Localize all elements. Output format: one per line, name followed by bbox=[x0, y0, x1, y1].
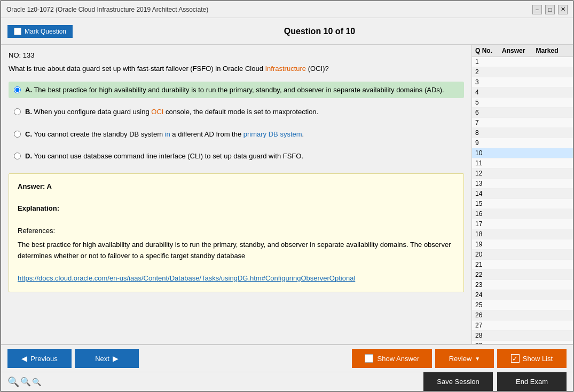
sidebar-marked bbox=[536, 200, 570, 207]
review-button[interactable]: Review ▼ bbox=[435, 349, 494, 368]
option-d[interactable]: D. You cannot use database command line … bbox=[9, 148, 464, 165]
sidebar-row[interactable]: 20 bbox=[472, 250, 573, 260]
zoom-in-icon[interactable]: 🔍 bbox=[7, 376, 19, 388]
zoom-reset-icon[interactable]: 🔍 bbox=[20, 377, 31, 387]
maximize-button[interactable]: □ bbox=[545, 5, 555, 14]
sidebar-row[interactable]: 10 bbox=[472, 148, 573, 158]
previous-button[interactable]: ◀ Previous bbox=[7, 349, 72, 368]
end-exam-button[interactable]: End Exam bbox=[497, 372, 567, 391]
question-title: Question 10 of 10 bbox=[73, 27, 567, 36]
review-dropdown-icon: ▼ bbox=[475, 356, 480, 362]
sidebar-q-no: 17 bbox=[475, 220, 502, 228]
show-list-checkbox-icon: ✓ bbox=[511, 354, 520, 363]
sidebar-answer bbox=[502, 170, 536, 177]
mark-question-button[interactable]: Mark Question bbox=[7, 25, 73, 38]
sidebar-row[interactable]: 2 bbox=[472, 67, 573, 77]
sidebar-row[interactable]: 23 bbox=[472, 280, 573, 290]
sidebar-row[interactable]: 24 bbox=[472, 290, 573, 300]
ref-link[interactable]: https://docs.cloud.oracle.com/en-us/iaas… bbox=[18, 274, 355, 282]
sidebar-answer bbox=[502, 99, 536, 106]
sidebar-row[interactable]: 17 bbox=[472, 219, 573, 229]
sidebar-row[interactable]: 12 bbox=[472, 169, 573, 179]
sidebar-row[interactable]: 26 bbox=[472, 310, 573, 321]
show-list-button[interactable]: ✓ Show List bbox=[497, 349, 567, 368]
sidebar-q-no: 15 bbox=[475, 200, 502, 207]
sidebar-marked bbox=[536, 109, 570, 116]
sidebar-marked bbox=[536, 241, 570, 248]
sidebar-row[interactable]: 7 bbox=[472, 118, 573, 128]
sidebar-marked bbox=[536, 281, 570, 289]
show-answer-checkbox-icon bbox=[365, 354, 373, 363]
sidebar-row[interactable]: 21 bbox=[472, 260, 573, 270]
sidebar-row[interactable]: 15 bbox=[472, 199, 573, 209]
option-a-radio[interactable] bbox=[14, 86, 21, 93]
minimize-button[interactable]: − bbox=[532, 5, 542, 14]
sidebar-answer bbox=[502, 129, 536, 137]
option-b-radio[interactable] bbox=[14, 108, 21, 115]
sidebar-answer bbox=[502, 281, 536, 289]
sidebar-marked bbox=[536, 99, 570, 106]
previous-label: Previous bbox=[30, 355, 58, 363]
sidebar-marked bbox=[536, 58, 570, 66]
sidebar-answer bbox=[502, 159, 536, 167]
sidebar-col3: Marked bbox=[536, 47, 570, 54]
sidebar-marked bbox=[536, 261, 570, 268]
sidebar-row[interactable]: 6 bbox=[472, 108, 573, 118]
sidebar-answer bbox=[502, 78, 536, 86]
ref-text: The best practice for high availability … bbox=[18, 239, 455, 262]
sidebar-marked bbox=[536, 332, 570, 339]
sidebar-list: 1234567891011121314151617181920212223242… bbox=[472, 57, 573, 344]
option-d-radio[interactable] bbox=[14, 153, 21, 159]
sidebar-row[interactable]: 28 bbox=[472, 331, 573, 341]
save-session-button[interactable]: Save Session bbox=[423, 372, 493, 391]
sidebar-answer bbox=[502, 332, 536, 339]
sidebar-row[interactable]: 27 bbox=[472, 321, 573, 331]
show-answer-button[interactable]: Show Answer bbox=[352, 349, 432, 368]
sidebar-marked bbox=[536, 159, 570, 167]
sidebar-row[interactable]: 4 bbox=[472, 87, 573, 98]
sidebar-row[interactable]: 1 bbox=[472, 57, 573, 67]
sidebar-row[interactable]: 5 bbox=[472, 98, 573, 108]
option-c[interactable]: C. You cannot create the standby DB syst… bbox=[9, 126, 464, 143]
sidebar-answer bbox=[502, 271, 536, 278]
close-button[interactable]: ✕ bbox=[558, 5, 568, 14]
sidebar: Q No. Answer Marked 12345678910111213141… bbox=[471, 45, 573, 344]
sidebar-marked bbox=[536, 190, 570, 197]
sidebar-row[interactable]: 3 bbox=[472, 77, 573, 87]
sidebar-row[interactable]: 22 bbox=[472, 270, 573, 280]
sidebar-row[interactable]: 19 bbox=[472, 239, 573, 250]
sidebar-q-no: 18 bbox=[475, 230, 502, 238]
sidebar-row[interactable]: 16 bbox=[472, 209, 573, 219]
sidebar-answer bbox=[502, 322, 536, 329]
sidebar-q-no: 4 bbox=[475, 89, 502, 96]
sidebar-answer bbox=[502, 109, 536, 116]
sidebar-answer bbox=[502, 251, 536, 258]
sidebar-q-no: 24 bbox=[475, 291, 502, 299]
sidebar-col1: Q No. bbox=[475, 47, 502, 54]
sidebar-marked bbox=[536, 311, 570, 319]
question-text: What is true about data guard set up wit… bbox=[9, 63, 464, 74]
sidebar-q-no: 9 bbox=[475, 139, 502, 147]
sidebar-row[interactable]: 18 bbox=[472, 229, 573, 239]
sidebar-row[interactable]: 11 bbox=[472, 158, 573, 169]
sidebar-q-no: 20 bbox=[475, 251, 502, 258]
sidebar-col2: Answer bbox=[502, 47, 536, 54]
option-a[interactable]: A. The best practice for high availabili… bbox=[9, 82, 464, 99]
footer-bottom: 🔍 🔍 🔍 Save Session End Exam bbox=[1, 372, 573, 391]
sidebar-row[interactable]: 8 bbox=[472, 128, 573, 138]
sidebar-row[interactable]: 9 bbox=[472, 138, 573, 148]
next-button[interactable]: Next ▶ bbox=[75, 349, 139, 368]
option-b[interactable]: B. When you configure data guard using O… bbox=[9, 103, 464, 121]
title-bar-buttons: − □ ✕ bbox=[532, 5, 568, 14]
mark-question-label: Mark Question bbox=[25, 28, 66, 35]
sidebar-q-no: 25 bbox=[475, 301, 502, 309]
sidebar-row[interactable]: 13 bbox=[472, 179, 573, 189]
sidebar-q-no: 6 bbox=[475, 109, 502, 116]
sidebar-q-no: 7 bbox=[475, 119, 502, 126]
sidebar-q-no: 26 bbox=[475, 311, 502, 319]
sidebar-row[interactable]: 25 bbox=[472, 300, 573, 310]
sidebar-row[interactable]: 14 bbox=[472, 189, 573, 199]
sidebar-marked bbox=[536, 78, 570, 86]
zoom-out-icon[interactable]: 🔍 bbox=[32, 378, 41, 386]
option-c-radio[interactable] bbox=[14, 131, 21, 138]
